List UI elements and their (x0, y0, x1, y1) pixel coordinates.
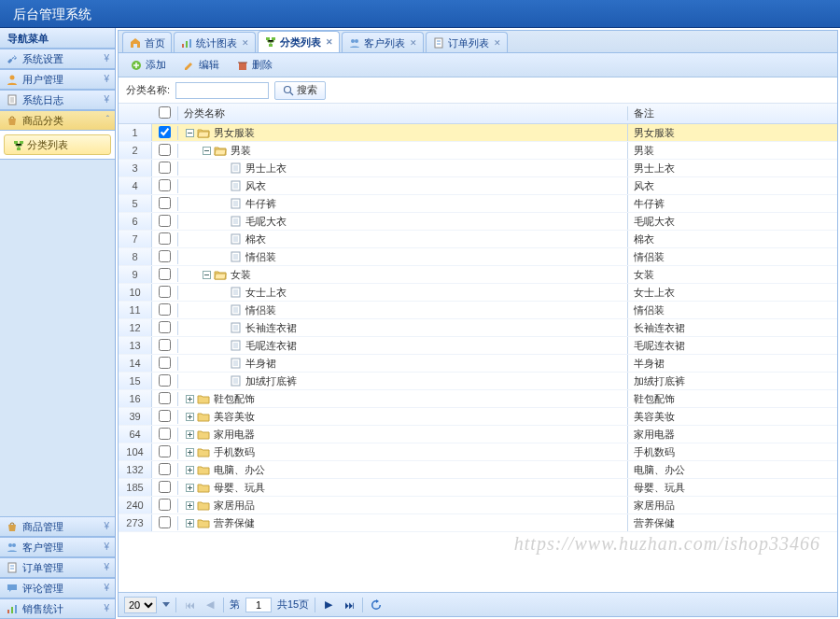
tab-4[interactable]: 订单列表✕ (426, 32, 508, 52)
row-checkbox[interactable] (159, 445, 171, 457)
col-check-header[interactable] (152, 106, 178, 120)
row-checkbox[interactable] (159, 339, 171, 351)
table-row[interactable]: 11情侣装情侣装 (119, 302, 837, 319)
table-row[interactable]: 273营养保健营养保健 (119, 514, 837, 532)
row-checkbox[interactable] (159, 357, 171, 369)
delete-button[interactable]: 删除 (232, 56, 276, 74)
collapse-icon[interactable] (201, 269, 212, 280)
tab-0[interactable]: 首页 (122, 32, 172, 52)
row-name: 情侣装 (245, 250, 276, 264)
check-all[interactable] (159, 106, 171, 119)
close-icon[interactable]: ✕ (242, 34, 249, 52)
expand-icon[interactable] (184, 499, 195, 511)
table-row[interactable]: 12长袖连衣裙长袖连衣裙 (119, 319, 837, 337)
row-checkbox[interactable] (159, 481, 171, 493)
row-checkbox[interactable] (159, 250, 171, 262)
sidebar-item-0[interactable]: 系统设置¥ (0, 49, 115, 69)
filter-name-input[interactable] (175, 82, 269, 99)
sidebar-bottom-0[interactable]: 商品管理¥ (0, 516, 115, 537)
row-checkbox[interactable] (159, 126, 171, 138)
table-row[interactable]: 4风衣风衣 (119, 177, 837, 195)
row-checkbox[interactable] (159, 463, 171, 475)
table-row[interactable]: 7棉衣棉衣 (119, 231, 837, 248)
tab-3[interactable]: 客户列表✕ (342, 32, 424, 52)
row-checkbox[interactable] (159, 232, 171, 245)
row-checkbox[interactable] (159, 179, 171, 191)
prev-page-button[interactable]: ◀ (203, 598, 217, 612)
collapse-icon[interactable] (184, 127, 195, 138)
close-icon[interactable]: ✕ (494, 34, 501, 52)
table-row[interactable]: 3男士上衣男士上衣 (119, 160, 837, 177)
row-checkbox[interactable] (159, 516, 171, 528)
row-checkbox[interactable] (159, 428, 171, 440)
svg-rect-9 (11, 607, 13, 613)
page-size-select[interactable]: 20 (124, 597, 157, 613)
table-row[interactable]: 14半身裙半身裙 (119, 355, 837, 373)
table-row[interactable]: 13毛呢连衣裙毛呢连衣裙 (119, 337, 837, 355)
expand-icon[interactable] (184, 393, 195, 404)
last-page-button[interactable]: ⏭ (342, 598, 357, 612)
expand-icon[interactable] (184, 482, 195, 493)
table-row[interactable]: 132电脑、办公电脑、办公 (119, 461, 837, 479)
page-input[interactable] (245, 598, 272, 612)
sidebar-bottom-3[interactable]: 评论管理¥ (0, 578, 115, 598)
table-row[interactable]: 9女装女装 (119, 266, 837, 284)
row-checkbox[interactable] (159, 197, 171, 209)
row-checkbox[interactable] (159, 144, 171, 156)
collapse-icon[interactable] (201, 145, 212, 156)
grid-body[interactable]: https://www.huzhan.com/ishop33466 1男女服装男… (119, 124, 837, 592)
table-row[interactable]: 240家居用品家居用品 (119, 497, 837, 514)
row-checkbox[interactable] (159, 410, 171, 422)
table-row[interactable]: 185母婴、玩具母婴、玩具 (119, 479, 837, 497)
tab-1[interactable]: 统计图表✕ (174, 32, 256, 52)
row-number: 4 (119, 177, 152, 194)
next-page-button[interactable]: ▶ (321, 598, 336, 612)
table-row[interactable]: 16鞋包配饰鞋包配饰 (119, 390, 837, 408)
row-checkbox[interactable] (159, 392, 171, 404)
row-checkbox[interactable] (159, 321, 171, 333)
row-checkbox[interactable] (159, 286, 171, 298)
table-row[interactable]: 2男装男装 (119, 142, 837, 160)
refresh-button[interactable] (369, 598, 384, 612)
table-row[interactable]: 1男女服装男女服装 (119, 124, 837, 142)
expand-icon[interactable] (184, 517, 195, 528)
row-checkbox[interactable] (159, 374, 171, 387)
col-note-header[interactable]: 备注 (628, 106, 837, 120)
sidebar-sub-item[interactable]: 分类列表 (4, 134, 111, 155)
row-checkbox[interactable] (159, 215, 171, 227)
sidebar-bottom-4[interactable]: 销售统计¥ (0, 598, 115, 619)
table-row[interactable]: 64家用电器家用电器 (119, 426, 837, 443)
page-label-suffix: 共15页 (277, 598, 309, 612)
sidebar-bottom-2[interactable]: 订单管理¥ (0, 557, 115, 578)
search-button[interactable]: 搜索 (274, 81, 326, 100)
tab-2[interactable]: 分类列表✕ (258, 31, 340, 52)
col-name-header[interactable]: 分类名称 (178, 106, 628, 120)
table-row[interactable]: 15加绒打底裤加绒打底裤 (119, 373, 837, 390)
table-row[interactable]: 39美容美妆美容美妆 (119, 408, 837, 426)
expand-icon[interactable] (184, 446, 195, 457)
expand-icon[interactable] (184, 464, 195, 475)
table-row[interactable]: 8情侣装情侣装 (119, 248, 837, 266)
row-checkbox[interactable] (159, 268, 171, 280)
row-checkbox[interactable] (159, 303, 171, 316)
table-row[interactable]: 104手机数码手机数码 (119, 443, 837, 461)
row-checkbox[interactable] (159, 162, 171, 174)
tree-icon (12, 139, 23, 150)
edit-button[interactable]: 编辑 (179, 56, 223, 74)
row-checkbox[interactable] (159, 499, 171, 511)
table-row[interactable]: 10女士上衣女士上衣 (119, 284, 837, 302)
close-icon[interactable]: ✕ (410, 34, 417, 52)
table-row[interactable]: 5牛仔裤牛仔裤 (119, 195, 837, 213)
first-page-button[interactable]: ⏮ (182, 598, 197, 612)
close-icon[interactable]: ✕ (326, 33, 333, 51)
sidebar-bottom-1[interactable]: 客户管理¥ (0, 537, 115, 557)
table-row[interactable]: 6毛呢大衣毛呢大衣 (119, 213, 837, 231)
sidebar-item-label: 系统日志 (22, 90, 63, 110)
sidebar-item-3[interactable]: 商品分类ˆ (0, 110, 115, 131)
expand-icon[interactable] (184, 429, 195, 440)
folder-open-icon (214, 145, 227, 156)
add-button[interactable]: 添加 (126, 56, 170, 74)
sidebar-item-1[interactable]: 用户管理¥ (0, 69, 115, 90)
expand-icon[interactable] (184, 411, 195, 422)
sidebar-item-2[interactable]: 系统日志¥ (0, 90, 115, 110)
